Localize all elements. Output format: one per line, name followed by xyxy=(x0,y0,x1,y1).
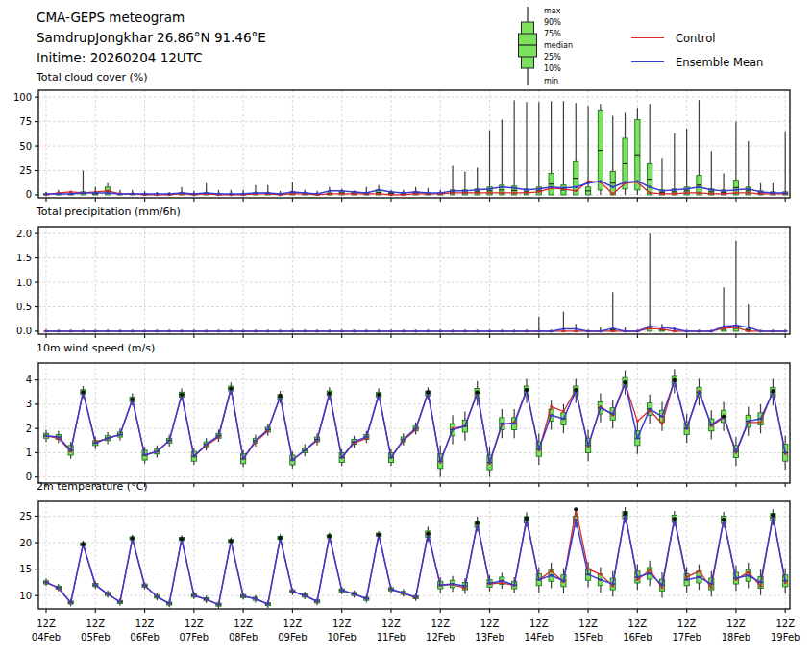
svg-text:2: 2 xyxy=(26,424,32,434)
svg-text:12Z: 12Z xyxy=(578,618,598,629)
svg-text:12Z: 12Z xyxy=(234,618,253,629)
panel-0: 0255075100 xyxy=(13,90,790,202)
svg-text:1.5: 1.5 xyxy=(16,253,32,263)
svg-text:10Feb: 10Feb xyxy=(327,632,356,642)
svg-text:12Z: 12Z xyxy=(431,618,450,629)
svg-text:15Feb: 15Feb xyxy=(574,632,603,642)
panel-2: 01234 xyxy=(26,363,790,487)
meteogram-page: CMA-GEPS meteogram SamdrupJongkhar 26.86… xyxy=(0,0,812,654)
svg-text:09Feb: 09Feb xyxy=(278,632,307,642)
svg-text:0: 0 xyxy=(26,189,32,200)
svg-text:75: 75 xyxy=(19,116,32,127)
svg-text:3: 3 xyxy=(26,399,32,409)
svg-text:12Z: 12Z xyxy=(86,618,105,629)
svg-text:4: 4 xyxy=(26,375,32,385)
svg-text:100: 100 xyxy=(13,92,32,103)
svg-text:12Z: 12Z xyxy=(135,618,155,629)
svg-text:12Z: 12Z xyxy=(185,618,204,629)
svg-text:0.5: 0.5 xyxy=(16,302,32,312)
svg-text:13Feb: 13Feb xyxy=(475,632,504,642)
svg-text:12Z: 12Z xyxy=(775,618,795,629)
svg-text:0.0: 0.0 xyxy=(16,326,32,336)
svg-text:11Feb: 11Feb xyxy=(377,632,406,642)
svg-text:19Feb: 19Feb xyxy=(771,632,800,642)
panel-3: 10152025 xyxy=(19,501,790,613)
svg-text:05Feb: 05Feb xyxy=(81,632,110,642)
svg-text:14Feb: 14Feb xyxy=(525,632,554,642)
svg-text:18Feb: 18Feb xyxy=(722,632,750,642)
svg-text:06Feb: 06Feb xyxy=(130,632,159,642)
svg-text:0: 0 xyxy=(26,472,32,482)
svg-text:12Z: 12Z xyxy=(381,618,401,629)
svg-text:12Z: 12Z xyxy=(628,618,648,629)
svg-text:1: 1 xyxy=(26,448,32,458)
svg-text:12Z: 12Z xyxy=(677,618,697,629)
svg-text:12Z: 12Z xyxy=(726,618,746,629)
svg-text:16Feb: 16Feb xyxy=(623,632,652,642)
svg-text:25: 25 xyxy=(19,165,32,176)
svg-text:12Z: 12Z xyxy=(283,618,303,629)
svg-text:10: 10 xyxy=(19,591,32,601)
svg-text:1.0: 1.0 xyxy=(16,278,32,288)
svg-text:12Feb: 12Feb xyxy=(426,632,455,642)
svg-text:50: 50 xyxy=(19,141,32,152)
svg-text:12Z: 12Z xyxy=(37,618,56,629)
svg-text:17Feb: 17Feb xyxy=(672,632,701,642)
svg-text:15: 15 xyxy=(19,564,32,574)
svg-text:12Z: 12Z xyxy=(332,618,352,629)
svg-text:25: 25 xyxy=(19,511,32,521)
meteogram-canvas: 02550751000.00.51.01.52.0012341015202512… xyxy=(0,0,812,654)
x-axis-labels: 12Z04Feb12Z05Feb12Z06Feb12Z07Feb12Z08Feb… xyxy=(32,618,800,642)
svg-text:20: 20 xyxy=(19,538,32,548)
svg-text:2.0: 2.0 xyxy=(16,229,32,239)
svg-text:12Z: 12Z xyxy=(529,618,549,629)
panel-1: 0.00.51.01.52.0 xyxy=(16,227,790,338)
svg-text:12Z: 12Z xyxy=(480,618,500,629)
svg-text:04Feb: 04Feb xyxy=(32,632,61,642)
svg-text:08Feb: 08Feb xyxy=(229,632,258,642)
svg-text:07Feb: 07Feb xyxy=(180,632,209,642)
